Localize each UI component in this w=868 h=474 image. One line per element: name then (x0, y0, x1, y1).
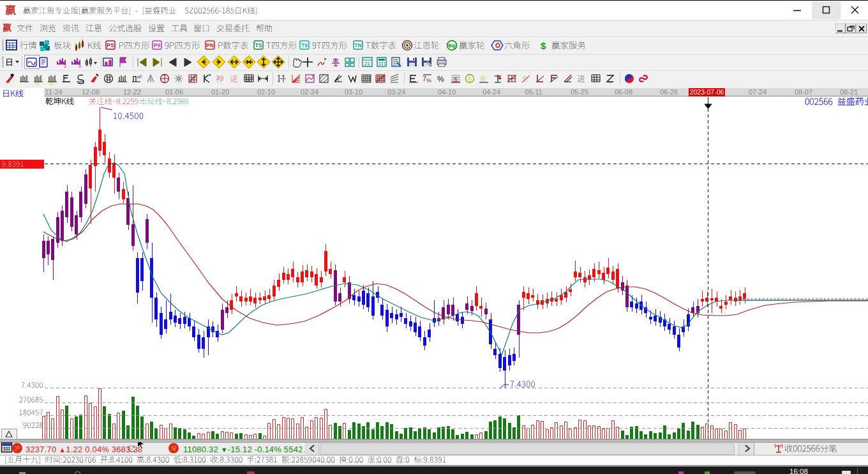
svg-text:21: 21 (364, 61, 370, 66)
svg-text:%: % (437, 75, 444, 84)
svg-text:$: $ (541, 40, 546, 51)
svg-text:123: 123 (245, 79, 251, 82)
svg-text:%: % (426, 77, 431, 84)
svg-text:PN: PN (206, 42, 214, 49)
svg-text:3: 3 (64, 64, 66, 68)
svg-text:n²: n² (137, 74, 142, 80)
svg-text:T9: T9 (301, 42, 308, 49)
svg-text:TN: TN (354, 42, 361, 49)
svg-text:TS: TS (255, 42, 262, 49)
svg-text:五: 五 (453, 77, 458, 82)
svg-text:PS: PS (107, 42, 114, 49)
svg-text:Big: Big (448, 43, 455, 49)
svg-text:9: 9 (79, 64, 81, 68)
svg-text:P9: P9 (154, 42, 161, 49)
